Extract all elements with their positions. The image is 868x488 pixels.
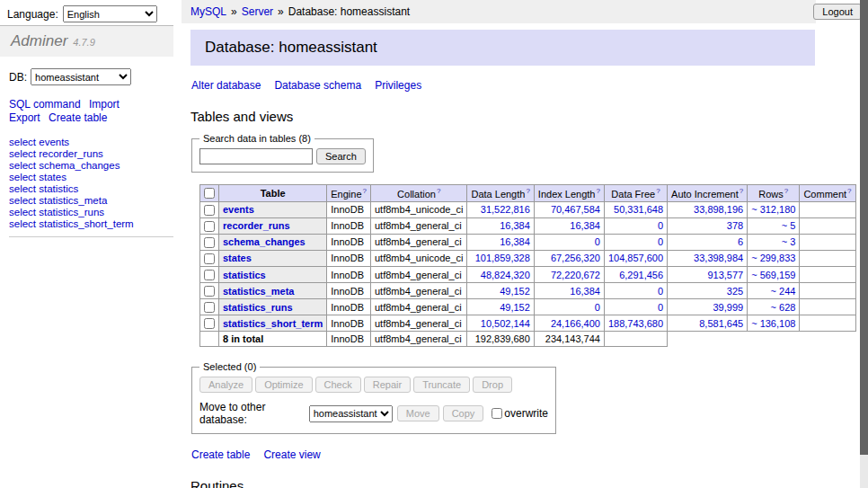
auto-increment-link[interactable]: 33,898,196 — [694, 204, 743, 215]
help-icon[interactable]: ? — [526, 187, 529, 195]
sidebar-link-sql-command[interactable]: SQL command — [9, 98, 81, 111]
sidebar-select-statistics-link[interactable]: select statistics — [9, 183, 173, 195]
sidebar-select-events-link[interactable]: select events — [9, 137, 173, 148]
rows-link[interactable]: ~ 244 — [771, 286, 796, 297]
db-select[interactable]: homeassistant — [31, 68, 131, 85]
data-length-link[interactable]: 48,824,320 — [481, 270, 530, 280]
breadcrumb-mysql-link[interactable]: MySQL — [190, 5, 226, 18]
search-button[interactable]: Search — [316, 148, 366, 164]
index-length-link[interactable]: 67,256,320 — [551, 253, 600, 263]
sidebar-select-statistics-runs-link[interactable]: select statistics_runs — [9, 207, 173, 218]
table-link-statistics-short-term[interactable]: statistics_short_term — [223, 318, 323, 329]
rows-link[interactable]: ~ 136,108 — [751, 318, 795, 329]
row-select-checkbox[interactable] — [204, 270, 215, 280]
data-length-link[interactable]: 16,384 — [500, 220, 530, 231]
index-length-link[interactable]: 16,384 — [570, 220, 600, 231]
help-icon[interactable]: ? — [437, 187, 440, 195]
auto-increment-link[interactable]: 325 — [727, 286, 743, 297]
data-free-link[interactable]: 6,291,456 — [619, 270, 663, 280]
sidebar-link-create-table[interactable]: Create table — [49, 111, 107, 124]
sidebar-select-states-link[interactable]: select states — [9, 172, 173, 183]
row-select-checkbox[interactable] — [204, 318, 215, 329]
analyze-button[interactable]: Analyze — [199, 377, 252, 393]
copy-button[interactable]: Copy — [443, 405, 484, 421]
data-free-link[interactable]: 0 — [658, 302, 663, 313]
help-icon[interactable]: ? — [363, 187, 367, 195]
breadcrumb-server-link[interactable]: Server — [242, 5, 273, 18]
rows-link[interactable]: ~ 628 — [771, 302, 796, 313]
data-free-link[interactable]: 188,743,680 — [608, 318, 663, 329]
table-link-states[interactable]: states — [223, 253, 252, 263]
move-db-select[interactable]: homeassistant — [309, 405, 393, 422]
data-free-link[interactable]: 50,331,648 — [614, 204, 663, 215]
sidebar-select-recorder-runs-link[interactable]: select recorder_runs — [9, 148, 173, 160]
table-link-statistics[interactable]: statistics — [223, 270, 266, 280]
sidebar-select-statistics-meta-link[interactable]: select statistics_meta — [9, 195, 173, 207]
index-length-link[interactable]: 72,220,672 — [551, 270, 600, 280]
overwrite-checkbox[interactable] — [492, 408, 502, 419]
select-all-checkbox[interactable] — [204, 188, 215, 199]
index-length-link[interactable]: 24,166,400 — [551, 318, 600, 329]
drop-button[interactable]: Drop — [473, 377, 512, 393]
truncate-button[interactable]: Truncate — [413, 377, 470, 393]
data-length-link[interactable]: 49,152 — [500, 286, 530, 297]
row-select-checkbox[interactable] — [204, 237, 215, 248]
sidebar-select-schema-changes-link[interactable]: select schema_changes — [9, 160, 173, 172]
data-length-link[interactable]: 31,522,816 — [481, 204, 530, 215]
data-free-link[interactable]: 104,857,600 — [608, 253, 663, 263]
data-length-link[interactable]: 16,384 — [500, 236, 530, 247]
privileges-link[interactable]: Privileges — [375, 79, 421, 92]
scrollbar-thumb[interactable] — [860, 0, 868, 455]
move-button[interactable]: Move — [397, 405, 439, 421]
search-input[interactable] — [199, 148, 313, 164]
help-icon[interactable]: ? — [740, 187, 743, 195]
help-icon[interactable]: ? — [596, 187, 599, 195]
index-length-link[interactable]: 0 — [595, 302, 600, 313]
create-table-link[interactable]: Create table — [191, 448, 250, 461]
row-select-checkbox[interactable] — [204, 286, 215, 297]
repair-button[interactable]: Repair — [364, 377, 411, 393]
table-link-recorder-runs[interactable]: recorder_runs — [223, 220, 290, 231]
data-length-link[interactable]: 10,502,144 — [481, 318, 530, 329]
sidebar-select-statistics-short-term-link[interactable]: select statistics_short_term — [9, 218, 173, 230]
data-length-link[interactable]: 101,859,328 — [475, 253, 530, 263]
auto-increment-link[interactable]: 39,999 — [713, 302, 744, 313]
auto-increment-link[interactable]: 33,398,984 — [694, 253, 743, 263]
table-link-schema-changes[interactable]: schema_changes — [223, 236, 306, 247]
auto-increment-link[interactable]: 378 — [727, 220, 743, 231]
alter-database-link[interactable]: Alter database — [191, 79, 261, 92]
row-select-checkbox[interactable] — [204, 253, 215, 264]
create-view-link[interactable]: Create view — [263, 448, 320, 461]
auto-increment-link[interactable]: 8,581,645 — [699, 318, 743, 329]
help-icon[interactable]: ? — [847, 187, 851, 195]
index-length-link[interactable]: 70,467,584 — [551, 204, 600, 215]
check-button[interactable]: Check — [315, 377, 361, 393]
row-select-checkbox[interactable] — [204, 221, 215, 232]
data-free-link[interactable]: 0 — [658, 220, 663, 231]
logout-button[interactable]: Logout — [813, 4, 862, 20]
rows-link[interactable]: ~ 299,833 — [751, 253, 795, 263]
row-select-checkbox[interactable] — [204, 205, 215, 216]
help-icon[interactable]: ? — [784, 187, 788, 195]
table-link-statistics-runs[interactable]: statistics_runs — [223, 302, 293, 313]
rows-link[interactable]: ~ 569,159 — [751, 270, 795, 280]
data-free-link[interactable]: 0 — [658, 286, 663, 297]
rows-link[interactable]: ~ 5 — [782, 220, 796, 231]
sidebar-link-export[interactable]: Export — [9, 111, 40, 124]
data-free-link[interactable]: 0 — [658, 236, 663, 247]
auto-increment-link[interactable]: 913,577 — [707, 270, 743, 280]
index-length-link[interactable]: 0 — [595, 236, 600, 247]
rows-link[interactable]: ~ 3 — [782, 236, 796, 247]
vertical-scrollbar[interactable] — [860, 0, 868, 488]
row-select-checkbox[interactable] — [204, 302, 215, 313]
rows-link[interactable]: ~ 312,180 — [751, 204, 795, 215]
language-select[interactable]: English — [63, 5, 157, 22]
auto-increment-link[interactable]: 6 — [738, 236, 743, 247]
data-length-link[interactable]: 49,152 — [500, 302, 530, 313]
table-link-events[interactable]: events — [223, 204, 254, 215]
index-length-link[interactable]: 16,384 — [570, 286, 600, 297]
sidebar-link-import[interactable]: Import — [89, 98, 120, 111]
help-icon[interactable]: ? — [656, 187, 660, 195]
database-schema-link[interactable]: Database schema — [274, 79, 361, 92]
optimize-button[interactable]: Optimize — [255, 377, 312, 393]
